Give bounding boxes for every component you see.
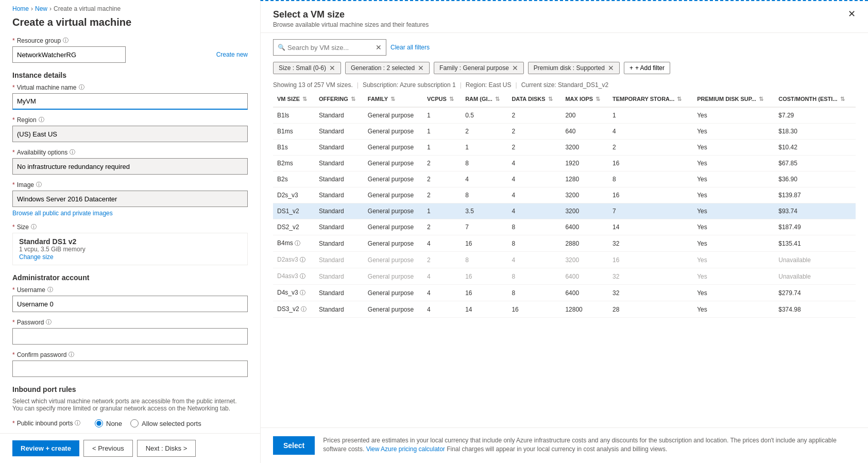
cell-iops: 12800 <box>561 301 608 318</box>
search-input[interactable] <box>287 44 376 52</box>
filter-chip-generation-remove[interactable]: ✕ <box>418 64 424 72</box>
change-size-link[interactable]: Change size <box>19 253 54 261</box>
cell-disks: 4 <box>507 187 561 203</box>
close-button[interactable]: ✕ <box>848 9 856 19</box>
availability-info-icon[interactable]: ⓘ <box>70 148 75 156</box>
cell-temp: 2 <box>608 140 693 156</box>
filter-chip-premium-remove[interactable]: ✕ <box>608 64 614 72</box>
password-info-icon[interactable]: ⓘ <box>46 318 52 326</box>
image-info-icon[interactable]: ⓘ <box>36 181 42 188</box>
create-new-link[interactable]: Create new <box>216 51 248 58</box>
cell-ram: 16 <box>461 285 507 301</box>
cell-disks: 8 <box>507 235 561 252</box>
cell-family: General purpose <box>364 203 423 219</box>
breadcrumb-home[interactable]: Home <box>12 5 29 12</box>
username-input[interactable] <box>12 296 248 312</box>
cell-temp: 4 <box>608 124 693 140</box>
cell-vcpus: 2 <box>423 187 461 203</box>
cell-iops: 6400 <box>561 219 608 235</box>
cell-ram: 8 <box>461 156 507 172</box>
table-row[interactable]: D2asv3 ⓘ Standard General purpose 2 8 4 … <box>273 252 856 268</box>
radio-group: None Allow selected ports <box>95 419 201 427</box>
table-row[interactable]: B2s Standard General purpose 2 4 4 1280 … <box>273 172 856 187</box>
table-row[interactable]: B1s Standard General purpose 1 1 2 3200 … <box>273 140 856 156</box>
review-create-button[interactable]: Review + create <box>12 440 79 456</box>
vm-name-info-icon[interactable]: ⓘ <box>79 83 84 91</box>
cell-disks: 2 <box>507 107 561 124</box>
cell-temp: 16 <box>608 187 693 203</box>
radio-allow-option[interactable]: Allow selected ports <box>130 419 201 427</box>
table-row[interactable]: DS2_v2 Standard General purpose 2 7 8 64… <box>273 219 856 235</box>
clear-search-button[interactable]: ✕ <box>376 43 382 52</box>
cell-offering: Standard <box>315 252 364 268</box>
add-filter-button[interactable]: + + Add filter <box>624 62 670 74</box>
col-temp[interactable]: TEMPORARY STORA... ⇅ <box>608 92 693 107</box>
col-vcpus[interactable]: VCPUS ⇅ <box>423 92 461 107</box>
admin-account-title: Administrator account <box>12 273 248 282</box>
col-premium[interactable]: PREMIUM DISK SUP... ⇅ <box>693 92 774 107</box>
cell-premium: Yes <box>693 203 774 219</box>
size-field: * Size ⓘ Standard DS1 v2 1 vcpu, 3.5 GiB… <box>12 223 248 265</box>
clear-filters-link[interactable]: Clear all filters <box>390 44 430 51</box>
breadcrumb-new[interactable]: New <box>35 5 47 12</box>
pricing-calculator-link[interactable]: View Azure pricing calculator <box>366 445 445 453</box>
password-label: * Password ⓘ <box>12 318 248 326</box>
next-disks-button[interactable]: Next : Disks > <box>137 440 196 457</box>
cell-iops: 1920 <box>561 156 608 172</box>
table-row[interactable]: D4s_v3 ⓘ Standard General purpose 4 16 8… <box>273 285 856 301</box>
col-family[interactable]: FAMILY ⇅ <box>364 92 423 107</box>
table-row[interactable]: B4ms ⓘ Standard General purpose 4 16 8 2… <box>273 235 856 252</box>
cell-vmsize: DS3_v2 ⓘ <box>273 301 315 318</box>
filter-chip-family-remove[interactable]: ✕ <box>512 64 518 72</box>
cell-temp: 28 <box>608 301 693 318</box>
image-input[interactable] <box>12 191 248 207</box>
public-inbound-info-icon[interactable]: ⓘ <box>75 419 80 427</box>
inbound-port-rules-title: Inbound port rules <box>12 385 248 393</box>
add-filter-icon: + <box>629 64 633 72</box>
vm-size-panel: Select a VM size Browse available virtua… <box>260 0 868 463</box>
radio-allow-input[interactable] <box>130 419 139 427</box>
resource-group-input[interactable] <box>12 46 126 63</box>
availability-field: * Availability options ⓘ <box>12 148 248 175</box>
cell-premium: Yes <box>693 140 774 156</box>
availability-input[interactable] <box>12 158 248 175</box>
region-info-icon[interactable]: ⓘ <box>39 116 44 124</box>
filter-chip-size-remove[interactable]: ✕ <box>329 64 335 72</box>
table-row[interactable]: DS3_v2 ⓘ Standard General purpose 4 14 1… <box>273 301 856 318</box>
col-cost[interactable]: COST/MONTH (ESTI... ⇅ <box>774 92 856 107</box>
panel-title: Select a VM size <box>273 9 429 20</box>
radio-none-input[interactable] <box>95 419 103 427</box>
previous-button[interactable]: < Previous <box>83 440 133 457</box>
size-info-icon[interactable]: ⓘ <box>31 223 37 231</box>
cell-family: General purpose <box>364 156 423 172</box>
table-row[interactable]: D4asv3 ⓘ Standard General purpose 4 16 8… <box>273 268 856 285</box>
col-disks[interactable]: DATA DISKS ⇅ <box>507 92 561 107</box>
filter-chip-family: Family : General purpose ✕ <box>434 62 524 74</box>
region-input[interactable] <box>12 126 248 142</box>
col-ram[interactable]: RAM (GI... ⇅ <box>461 92 507 107</box>
table-row[interactable]: B1ls Standard General purpose 1 0.5 2 20… <box>273 107 856 124</box>
col-offering[interactable]: OFFERING ⇅ <box>315 92 364 107</box>
cell-vmsize: B4ms ⓘ <box>273 235 315 252</box>
cell-vmsize: D2asv3 ⓘ <box>273 252 315 268</box>
cell-premium: Yes <box>693 252 774 268</box>
cell-offering: Standard <box>315 285 364 301</box>
col-vmsize[interactable]: VM SIZE ⇅ <box>273 92 315 107</box>
username-info-icon[interactable]: ⓘ <box>47 286 53 294</box>
search-icon: 🔍 <box>278 44 285 51</box>
confirm-password-info-icon[interactable]: ⓘ <box>69 351 74 358</box>
resource-group-info-icon[interactable]: ⓘ <box>63 37 69 44</box>
cell-cost: Unavailable <box>774 268 856 285</box>
table-row[interactable]: B1ms Standard General purpose 1 2 2 640 … <box>273 124 856 140</box>
table-row[interactable]: DS1_v2 Standard General purpose 1 3.5 4 … <box>273 203 856 219</box>
cell-vmsize: B2s <box>273 172 315 187</box>
select-button[interactable]: Select <box>273 436 315 455</box>
password-input[interactable] <box>12 328 248 345</box>
table-row[interactable]: B2ms Standard General purpose 2 8 4 1920… <box>273 156 856 172</box>
confirm-password-input[interactable] <box>12 361 248 377</box>
vm-name-input[interactable] <box>12 93 248 110</box>
radio-none-option[interactable]: None <box>95 419 122 427</box>
table-row[interactable]: D2s_v3 Standard General purpose 2 8 4 32… <box>273 187 856 203</box>
col-iops[interactable]: MAX IOPS ⇅ <box>561 92 608 107</box>
browse-images-link[interactable]: Browse all public and private images <box>12 210 113 217</box>
